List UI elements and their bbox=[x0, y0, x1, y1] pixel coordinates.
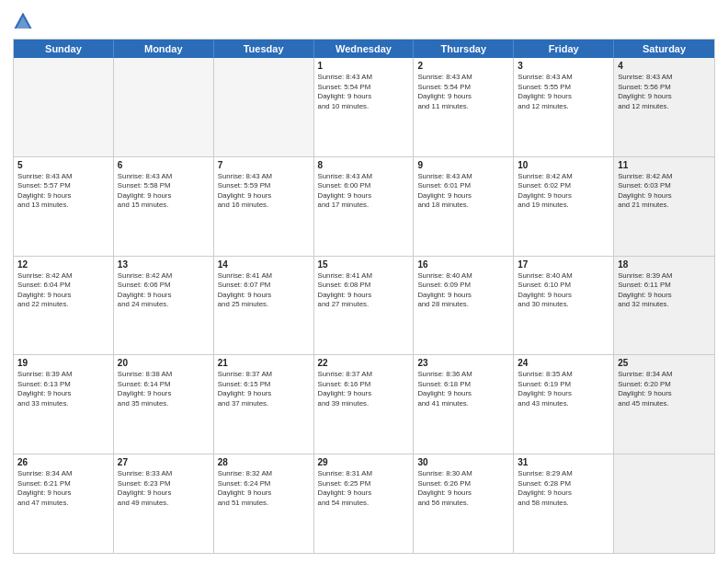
day-info: Sunrise: 8:35 AM Sunset: 6:19 PM Dayligh… bbox=[518, 370, 609, 408]
calendar-row: 26Sunrise: 8:34 AM Sunset: 6:21 PM Dayli… bbox=[14, 454, 714, 553]
calendar-cell: 25Sunrise: 8:34 AM Sunset: 6:20 PM Dayli… bbox=[614, 355, 714, 454]
day-number: 19 bbox=[17, 358, 109, 368]
day-number: 14 bbox=[218, 259, 310, 270]
calendar-row: 19Sunrise: 8:39 AM Sunset: 6:13 PM Dayli… bbox=[14, 354, 714, 454]
day-info: Sunrise: 8:42 AM Sunset: 6:03 PM Dayligh… bbox=[618, 172, 711, 211]
weekday-header: Wednesday bbox=[314, 40, 415, 58]
calendar-cell: 24Sunrise: 8:35 AM Sunset: 6:19 PM Dayli… bbox=[514, 355, 614, 454]
header bbox=[13, 11, 715, 31]
day-info: Sunrise: 8:29 AM Sunset: 6:28 PM Dayligh… bbox=[518, 469, 609, 508]
calendar-cell: 28Sunrise: 8:32 AM Sunset: 6:24 PM Dayli… bbox=[214, 454, 314, 553]
calendar-cell: 5Sunrise: 8:43 AM Sunset: 5:57 PM Daylig… bbox=[14, 157, 114, 256]
calendar-cell: 20Sunrise: 8:38 AM Sunset: 6:14 PM Dayli… bbox=[114, 355, 214, 454]
calendar-cell: 26Sunrise: 8:34 AM Sunset: 6:21 PM Dayli… bbox=[14, 454, 114, 553]
day-info: Sunrise: 8:41 AM Sunset: 6:07 PM Dayligh… bbox=[218, 271, 310, 310]
day-info: Sunrise: 8:43 AM Sunset: 6:01 PM Dayligh… bbox=[417, 172, 509, 211]
day-info: Sunrise: 8:39 AM Sunset: 6:13 PM Dayligh… bbox=[17, 370, 109, 408]
day-number: 6 bbox=[118, 160, 210, 170]
day-number: 28 bbox=[218, 457, 310, 467]
day-info: Sunrise: 8:39 AM Sunset: 6:11 PM Dayligh… bbox=[618, 271, 711, 310]
day-number: 12 bbox=[17, 259, 109, 270]
day-number: 31 bbox=[518, 457, 609, 467]
day-info: Sunrise: 8:43 AM Sunset: 5:54 PM Dayligh… bbox=[417, 73, 509, 111]
day-number: 7 bbox=[218, 160, 310, 170]
calendar-cell: 23Sunrise: 8:36 AM Sunset: 6:18 PM Dayli… bbox=[414, 355, 514, 454]
day-number: 15 bbox=[318, 259, 410, 270]
day-info: Sunrise: 8:32 AM Sunset: 6:24 PM Dayligh… bbox=[218, 469, 310, 508]
calendar-cell: 15Sunrise: 8:41 AM Sunset: 6:08 PM Dayli… bbox=[314, 257, 415, 355]
page: SundayMondayTuesdayWednesdayThursdayFrid… bbox=[0, 0, 728, 563]
calendar-cell bbox=[614, 454, 714, 553]
day-info: Sunrise: 8:37 AM Sunset: 6:15 PM Dayligh… bbox=[218, 370, 310, 408]
day-number: 9 bbox=[417, 160, 509, 170]
day-number: 13 bbox=[118, 259, 210, 270]
weekday-header: Saturday bbox=[614, 40, 714, 58]
calendar-cell: 31Sunrise: 8:29 AM Sunset: 6:28 PM Dayli… bbox=[514, 454, 614, 553]
day-info: Sunrise: 8:34 AM Sunset: 6:20 PM Dayligh… bbox=[618, 370, 711, 408]
calendar-cell: 19Sunrise: 8:39 AM Sunset: 6:13 PM Dayli… bbox=[14, 355, 114, 454]
calendar-cell: 9Sunrise: 8:43 AM Sunset: 6:01 PM Daylig… bbox=[414, 157, 514, 256]
calendar-row: 5Sunrise: 8:43 AM Sunset: 5:57 PM Daylig… bbox=[14, 156, 714, 256]
day-info: Sunrise: 8:36 AM Sunset: 6:18 PM Dayligh… bbox=[417, 370, 509, 408]
calendar-cell bbox=[214, 58, 314, 156]
calendar-cell: 17Sunrise: 8:40 AM Sunset: 6:10 PM Dayli… bbox=[514, 257, 614, 355]
day-number: 11 bbox=[618, 160, 711, 170]
calendar-cell: 2Sunrise: 8:43 AM Sunset: 5:54 PM Daylig… bbox=[414, 58, 514, 156]
day-number: 18 bbox=[618, 259, 711, 270]
day-info: Sunrise: 8:43 AM Sunset: 5:59 PM Dayligh… bbox=[218, 172, 310, 211]
day-info: Sunrise: 8:42 AM Sunset: 6:02 PM Dayligh… bbox=[518, 172, 609, 211]
calendar-cell: 16Sunrise: 8:40 AM Sunset: 6:09 PM Dayli… bbox=[414, 257, 514, 355]
calendar-cell: 3Sunrise: 8:43 AM Sunset: 5:55 PM Daylig… bbox=[514, 58, 614, 156]
day-info: Sunrise: 8:43 AM Sunset: 5:55 PM Dayligh… bbox=[518, 73, 609, 111]
day-number: 5 bbox=[17, 160, 109, 170]
day-number: 26 bbox=[17, 457, 109, 467]
calendar-cell: 29Sunrise: 8:31 AM Sunset: 6:25 PM Dayli… bbox=[314, 454, 415, 553]
calendar-cell: 1Sunrise: 8:43 AM Sunset: 5:54 PM Daylig… bbox=[314, 58, 415, 156]
calendar-cell: 6Sunrise: 8:43 AM Sunset: 5:58 PM Daylig… bbox=[114, 157, 214, 256]
calendar-header: SundayMondayTuesdayWednesdayThursdayFrid… bbox=[14, 40, 714, 58]
weekday-header: Monday bbox=[114, 40, 214, 58]
day-number: 16 bbox=[417, 259, 509, 270]
calendar-cell: 4Sunrise: 8:43 AM Sunset: 5:56 PM Daylig… bbox=[614, 58, 714, 156]
logo-icon bbox=[13, 11, 33, 31]
logo bbox=[13, 11, 37, 31]
calendar-cell: 11Sunrise: 8:42 AM Sunset: 6:03 PM Dayli… bbox=[614, 157, 714, 256]
calendar-cell: 10Sunrise: 8:42 AM Sunset: 6:02 PM Dayli… bbox=[514, 157, 614, 256]
day-number: 20 bbox=[118, 358, 210, 368]
day-info: Sunrise: 8:40 AM Sunset: 6:09 PM Dayligh… bbox=[417, 271, 509, 310]
calendar-cell: 14Sunrise: 8:41 AM Sunset: 6:07 PM Dayli… bbox=[214, 257, 314, 355]
calendar-row: 12Sunrise: 8:42 AM Sunset: 6:04 PM Dayli… bbox=[14, 256, 714, 355]
calendar-cell: 13Sunrise: 8:42 AM Sunset: 6:06 PM Dayli… bbox=[114, 257, 214, 355]
day-number: 24 bbox=[518, 358, 609, 368]
day-number: 29 bbox=[318, 457, 410, 467]
day-number: 21 bbox=[218, 358, 310, 368]
day-info: Sunrise: 8:37 AM Sunset: 6:16 PM Dayligh… bbox=[318, 370, 410, 408]
weekday-header: Tuesday bbox=[214, 40, 314, 58]
day-info: Sunrise: 8:33 AM Sunset: 6:23 PM Dayligh… bbox=[118, 469, 210, 508]
calendar-cell: 22Sunrise: 8:37 AM Sunset: 6:16 PM Dayli… bbox=[314, 355, 415, 454]
day-number: 25 bbox=[618, 358, 711, 368]
calendar-cell: 7Sunrise: 8:43 AM Sunset: 5:59 PM Daylig… bbox=[214, 157, 314, 256]
weekday-header: Thursday bbox=[414, 40, 514, 58]
day-info: Sunrise: 8:43 AM Sunset: 5:57 PM Dayligh… bbox=[17, 172, 109, 211]
calendar-cell: 27Sunrise: 8:33 AM Sunset: 6:23 PM Dayli… bbox=[114, 454, 214, 553]
calendar-cell: 12Sunrise: 8:42 AM Sunset: 6:04 PM Dayli… bbox=[14, 257, 114, 355]
day-info: Sunrise: 8:43 AM Sunset: 6:00 PM Dayligh… bbox=[318, 172, 410, 211]
day-number: 10 bbox=[518, 160, 609, 170]
day-number: 23 bbox=[417, 358, 509, 368]
day-info: Sunrise: 8:41 AM Sunset: 6:08 PM Dayligh… bbox=[318, 271, 410, 310]
day-number: 30 bbox=[417, 457, 509, 467]
day-info: Sunrise: 8:43 AM Sunset: 5:56 PM Dayligh… bbox=[618, 73, 711, 111]
day-info: Sunrise: 8:30 AM Sunset: 6:26 PM Dayligh… bbox=[417, 469, 509, 508]
day-info: Sunrise: 8:43 AM Sunset: 5:58 PM Dayligh… bbox=[118, 172, 210, 211]
day-number: 4 bbox=[618, 61, 711, 71]
calendar-cell bbox=[14, 58, 114, 156]
calendar-body: 1Sunrise: 8:43 AM Sunset: 5:54 PM Daylig… bbox=[14, 58, 714, 553]
weekday-header: Sunday bbox=[14, 40, 114, 58]
calendar-cell bbox=[114, 58, 214, 156]
calendar-cell: 18Sunrise: 8:39 AM Sunset: 6:11 PM Dayli… bbox=[614, 257, 714, 355]
day-number: 1 bbox=[318, 61, 410, 71]
calendar-cell: 30Sunrise: 8:30 AM Sunset: 6:26 PM Dayli… bbox=[414, 454, 514, 553]
day-number: 3 bbox=[518, 61, 609, 71]
day-info: Sunrise: 8:42 AM Sunset: 6:04 PM Dayligh… bbox=[17, 271, 109, 310]
